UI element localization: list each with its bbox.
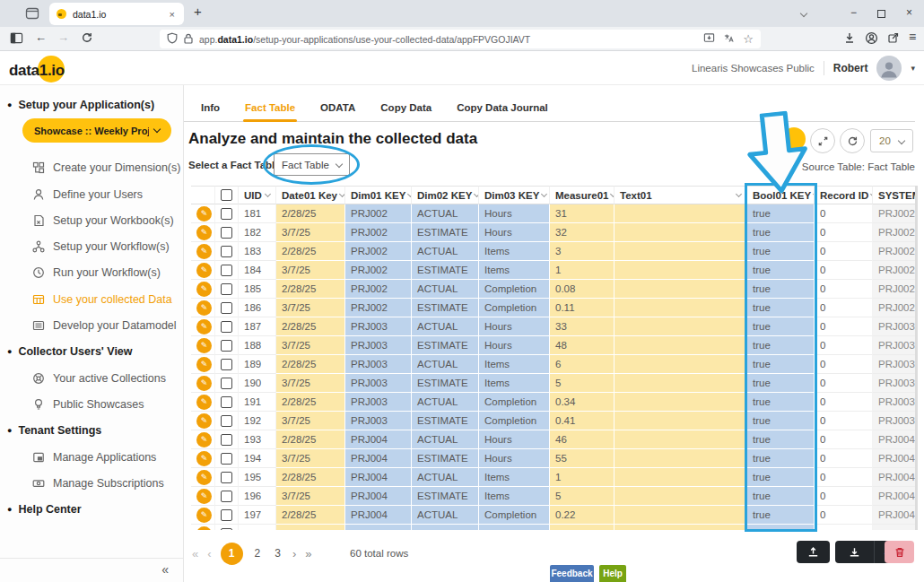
row-checkbox[interactable]: [221, 246, 232, 257]
window-maximize-button[interactable]: [877, 8, 885, 21]
select-all-checkbox[interactable]: [221, 189, 232, 201]
column-header-text01[interactable]: Text01: [615, 186, 747, 204]
column-header-dim01[interactable]: Dim01 KEY: [345, 186, 412, 204]
next-page-button[interactable]: ›: [292, 547, 296, 560]
column-header-dim03[interactable]: Dim03 KEY: [479, 186, 550, 204]
new-tab-button[interactable]: +: [194, 4, 202, 19]
browser-tab[interactable]: data1.io ×: [49, 3, 184, 25]
tab-fact-table[interactable]: Fact Table: [243, 97, 297, 121]
edit-row-button[interactable]: ✎: [196, 432, 212, 447]
share-icon[interactable]: [887, 31, 900, 48]
sort-chevron-icon[interactable]: [541, 191, 547, 197]
edit-row-button[interactable]: ✎: [196, 225, 212, 240]
tab-close-icon[interactable]: ×: [168, 9, 177, 20]
page-size-select[interactable]: 20: [870, 129, 913, 152]
fact-table-select[interactable]: Fact Table: [274, 153, 350, 176]
tracking-shield-icon[interactable]: [167, 31, 178, 48]
last-page-button[interactable]: »: [305, 547, 311, 560]
tab-copy-data-journal[interactable]: Copy Data Journal: [455, 97, 550, 121]
row-checkbox[interactable]: [221, 509, 232, 521]
edit-row-button[interactable]: ✎: [196, 413, 212, 429]
app-logo[interactable]: data1.io: [9, 57, 90, 83]
row-checkbox[interactable]: [221, 378, 232, 389]
edit-row-button[interactable]: ✎: [196, 282, 212, 297]
list-tabs-icon[interactable]: [801, 6, 806, 19]
column-header-dim02[interactable]: Dim02 KEY: [412, 186, 479, 204]
column-header-record-id[interactable]: Record ID: [815, 186, 873, 204]
edit-row-button[interactable]: ✎: [196, 263, 212, 278]
edit-row-button[interactable]: ✎: [196, 489, 212, 504]
sidebar-toggle-icon[interactable]: [10, 31, 23, 48]
edit-row-button[interactable]: ✎: [196, 319, 212, 334]
user-avatar[interactable]: [876, 56, 902, 81]
sidebar-item-define-your-users[interactable]: Define your Users: [0, 181, 183, 207]
row-checkbox[interactable]: [221, 340, 232, 352]
refresh-button[interactable]: [840, 128, 865, 153]
edit-row-button[interactable]: ✎: [196, 395, 212, 410]
sort-chevron-icon[interactable]: [265, 191, 271, 197]
column-header-date01[interactable]: Date01 Key: [276, 186, 345, 204]
save-page-icon[interactable]: [703, 31, 715, 48]
page-button[interactable]: 2: [252, 547, 264, 560]
edit-row-button[interactable]: ✎: [196, 338, 212, 353]
edit-row-button[interactable]: ✎: [196, 376, 212, 391]
tab-odata[interactable]: ODATA: [318, 97, 357, 121]
lock-icon[interactable]: [183, 31, 194, 48]
delete-button[interactable]: [885, 541, 914, 563]
edit-row-button[interactable]: ✎: [196, 451, 212, 466]
user-menu-chevron-icon[interactable]: ▾: [911, 64, 915, 73]
row-checkbox[interactable]: [221, 396, 232, 408]
window-minimize-button[interactable]: −: [850, 6, 857, 19]
row-checkbox[interactable]: [221, 434, 232, 446]
tab-copy-data[interactable]: Copy Data: [379, 97, 433, 121]
edit-row-button[interactable]: ✎: [196, 526, 212, 531]
page-button-current[interactable]: 1: [221, 543, 243, 565]
expand-button[interactable]: [810, 128, 835, 153]
translate-icon[interactable]: [723, 31, 735, 48]
page-button[interactable]: 3: [272, 547, 283, 560]
row-checkbox[interactable]: [221, 208, 232, 220]
table-scrollbar[interactable]: [915, 186, 918, 530]
sort-chevron-icon[interactable]: [736, 191, 742, 197]
sidebar-item-manage-applications[interactable]: Manage Applications: [0, 444, 183, 470]
column-header-uid[interactable]: UID: [239, 186, 276, 204]
window-close-button[interactable]: ×: [906, 6, 912, 19]
menu-icon[interactable]: ≡: [909, 30, 916, 44]
row-checkbox[interactable]: [221, 415, 232, 427]
feedback-button[interactable]: Feedback: [550, 565, 594, 582]
row-checkbox[interactable]: [221, 265, 232, 276]
row-checkbox[interactable]: [221, 472, 232, 483]
column-header-system[interactable]: SYSTEM: [873, 186, 915, 204]
sidebar-item-run-your-workflow-s-[interactable]: Run your Workflow(s): [0, 260, 183, 286]
row-checkbox[interactable]: [221, 491, 232, 502]
sidebar-item-create-your-dimension-s-[interactable]: Create your Dimension(s): [0, 155, 183, 181]
prev-page-button[interactable]: ‹: [207, 547, 211, 560]
downloads-icon[interactable]: [843, 31, 856, 48]
sidebar-item-manage-subscriptions[interactable]: Manage Subscriptions: [0, 470, 183, 496]
back-button[interactable]: ←: [35, 30, 47, 44]
sidebar-item-setup-your-workflow-s-[interactable]: Setup your Workflow(s): [0, 233, 183, 259]
reload-button[interactable]: [81, 31, 93, 48]
edit-row-button[interactable]: ✎: [196, 470, 212, 485]
row-checkbox[interactable]: [221, 283, 232, 295]
edit-row-button[interactable]: ✎: [196, 244, 212, 259]
row-checkbox[interactable]: [221, 528, 232, 530]
forward-button[interactable]: →: [57, 30, 69, 44]
row-checkbox[interactable]: [221, 453, 232, 465]
edit-row-button[interactable]: ✎: [196, 357, 212, 372]
bookmark-star-icon[interactable]: ☆: [743, 32, 754, 46]
tab-info[interactable]: Info: [199, 97, 222, 121]
first-page-button[interactable]: «: [192, 547, 198, 560]
row-checkbox[interactable]: [221, 321, 232, 333]
collapse-sidebar-icon[interactable]: «: [161, 562, 169, 577]
download-button[interactable]: [835, 541, 874, 563]
help-button[interactable]: Help: [599, 565, 626, 582]
sidebar-item-setup-your-workbook-s-[interactable]: Setup your Workbook(s): [0, 207, 183, 233]
sidebar-item-public-showcases[interactable]: Public Showcases: [0, 391, 183, 417]
sort-chevron-icon[interactable]: [339, 191, 345, 197]
row-checkbox[interactable]: [221, 227, 232, 239]
upload-button[interactable]: [797, 541, 830, 563]
row-checkbox[interactable]: [221, 302, 232, 314]
firefox-view-icon[interactable]: [25, 6, 39, 24]
edit-row-button[interactable]: ✎: [196, 300, 212, 316]
